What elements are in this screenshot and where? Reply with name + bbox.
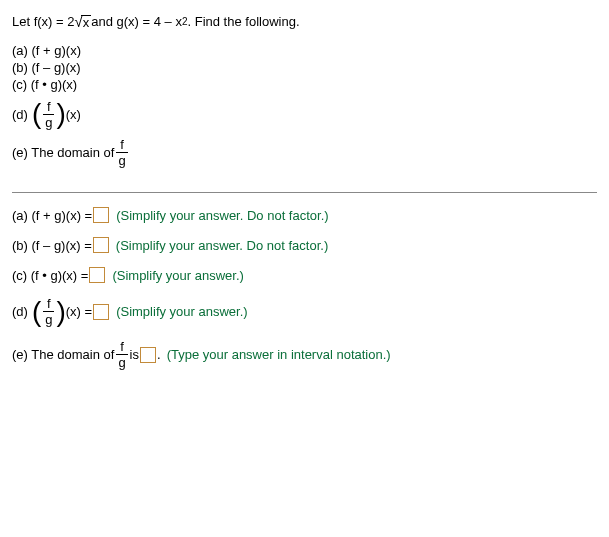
section-divider (12, 192, 597, 193)
frac-f-over-g: f g (43, 100, 54, 129)
answer-e-hint: (Type your answer in interval notation.) (167, 347, 391, 362)
answer-c-input[interactable] (89, 267, 105, 283)
problem-intro: Let f(x) = 2 √ x and g(x) = 4 – x 2 . Fi… (12, 14, 597, 29)
part-b-text: (b) (f – g)(x) (12, 60, 81, 75)
frac-den-d-ans: g (43, 311, 54, 326)
frac-num-d-ans: f (45, 297, 53, 311)
frac-den-e-ans: g (116, 354, 127, 369)
answer-d-paren: ( f g ) (32, 297, 66, 326)
answer-e-prefix: (e) The domain of (12, 347, 114, 362)
answer-b-input[interactable] (93, 237, 109, 253)
part-d-after: (x) (66, 107, 81, 122)
answer-a-hint: (Simplify your answer. Do not factor.) (116, 208, 328, 223)
part-d-paren: ( f g ) (32, 100, 66, 129)
answer-a-input[interactable] (93, 207, 109, 223)
answer-c-lhs: (c) (f • g)(x) = (12, 268, 88, 283)
intro-prefix: Let f(x) = 2 (12, 14, 75, 29)
answer-d: (d) ( f g ) (x) = (Simplify your answer.… (12, 297, 597, 326)
answer-e-suffix: . (157, 347, 161, 362)
answer-e-input[interactable] (140, 347, 156, 363)
part-d-label: (d) (12, 107, 28, 122)
intro-suffix: . Find the following. (188, 14, 300, 29)
sqrt-symbol: √ x (75, 15, 92, 29)
intro-mid: and g(x) = 4 – x (91, 14, 182, 29)
answer-d-label: (d) (12, 304, 28, 319)
frac-den-e: g (116, 152, 127, 167)
part-c: (c) (f • g)(x) (12, 77, 597, 92)
sqrt-arg: x (81, 15, 92, 29)
answer-d-after: (x) = (66, 304, 92, 319)
answer-a: (a) (f + g)(x) = (Simplify your answer. … (12, 207, 597, 223)
part-b: (b) (f – g)(x) (12, 60, 597, 75)
answer-b-hint: (Simplify your answer. Do not factor.) (116, 238, 328, 253)
answer-a-lhs: (a) (f + g)(x) = (12, 208, 92, 223)
answer-c: (c) (f • g)(x) = (Simplify your answer.) (12, 267, 597, 283)
part-c-text: (c) (f • g)(x) (12, 77, 77, 92)
frac-den: g (43, 114, 54, 129)
answer-b: (b) (f – g)(x) = (Simplify your answer. … (12, 237, 597, 253)
frac-f-over-g-e-ans: f g (116, 340, 127, 369)
part-a: (a) (f + g)(x) (12, 43, 597, 58)
frac-num-e-ans: f (118, 340, 126, 354)
answer-b-lhs: (b) (f – g)(x) = (12, 238, 92, 253)
part-d: (d) ( f g ) (x) (12, 98, 597, 130)
answer-d-hint: (Simplify your answer.) (116, 304, 247, 319)
frac-f-over-g-d-ans: f g (43, 297, 54, 326)
part-e-prefix: (e) The domain of (12, 145, 114, 160)
answer-e-mid: is (130, 347, 139, 362)
frac-num: f (45, 100, 53, 114)
answer-d-input[interactable] (93, 304, 109, 320)
part-a-text: (a) (f + g)(x) (12, 43, 81, 58)
frac-num-e: f (118, 138, 126, 152)
frac-f-over-g-e: f g (116, 138, 127, 167)
answer-e: (e) The domain of f g is . (Type your an… (12, 340, 597, 369)
part-e: (e) The domain of f g (12, 136, 597, 168)
answer-c-hint: (Simplify your answer.) (112, 268, 243, 283)
